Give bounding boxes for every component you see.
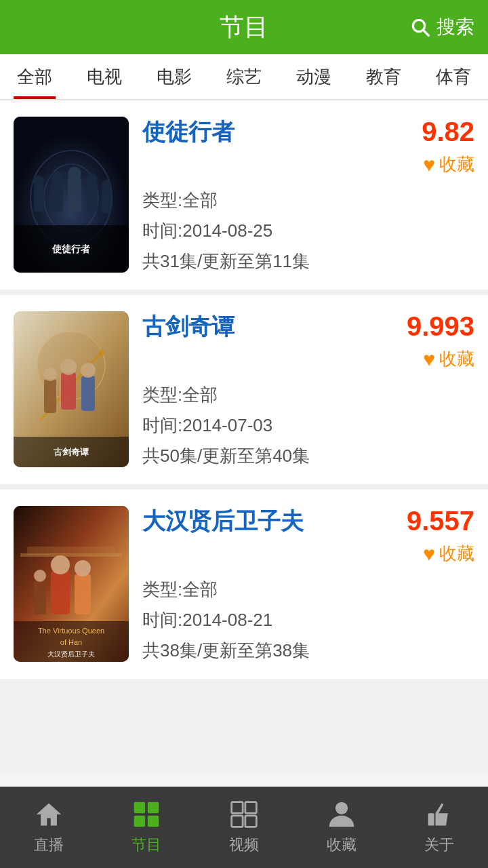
heart-icon: ♥	[423, 542, 435, 566]
nav-live-label: 直播	[34, 835, 64, 855]
item-2-meta: 类型:全部 时间:2014-07-03 共50集/更新至第40集	[142, 383, 474, 468]
svg-rect-42	[134, 802, 146, 814]
item-2-date: 时间:2014-07-03	[142, 414, 474, 437]
svg-rect-13	[102, 188, 111, 214]
item-3-rating: 9.557	[407, 506, 474, 536]
svg-rect-23	[61, 372, 76, 410]
item-3-type: 类型:全部	[142, 578, 474, 601]
bottom-nav: 直播 节目 视频 收藏 关于	[0, 787, 488, 868]
app-header: 节目 搜索	[0, 0, 488, 54]
svg-text:古剑奇谭: 古剑奇谭	[54, 447, 89, 457]
svg-rect-43	[148, 802, 159, 814]
svg-point-12	[87, 174, 98, 184]
svg-rect-25	[81, 376, 95, 411]
item-2-favorite-label: 收藏	[439, 347, 474, 371]
item-3-info: 大汉贤后卫子夫 9.557 ♥ 收藏 类型:全部 时间:2014-08-21 共…	[129, 506, 474, 663]
poster-3-image: The Virtuous Queen of Han 大汉贤后卫子夫	[14, 506, 129, 662]
svg-point-35	[75, 560, 91, 576]
svg-rect-48	[232, 816, 243, 827]
poster-2-image: 古剑奇谭	[14, 311, 129, 467]
nav-programs[interactable]: 节目	[98, 787, 195, 868]
tab-anime[interactable]: 动漫	[279, 54, 348, 99]
svg-text:of Han: of Han	[60, 638, 82, 646]
tab-all[interactable]: 全部	[0, 54, 70, 99]
item-2-favorite[interactable]: ♥ 收藏	[423, 347, 474, 371]
tab-variety[interactable]: 综艺	[209, 54, 279, 99]
search-button[interactable]: 搜索	[409, 14, 474, 40]
svg-rect-45	[148, 816, 159, 827]
nav-favorites-label: 收藏	[327, 835, 357, 855]
tab-education[interactable]: 教育	[348, 54, 418, 99]
search-icon	[409, 16, 431, 38]
list-item[interactable]: 使徒行者 使徒行者 9.82 ♥ 收藏 类型:全部 时间:2014-08-25 …	[0, 100, 488, 290]
item-1-date: 时间:2014-08-25	[142, 219, 474, 243]
svg-point-6	[33, 176, 44, 186]
svg-text:大汉贤后卫子夫: 大汉贤后卫子夫	[47, 650, 95, 658]
nav-video-label: 视频	[229, 835, 259, 855]
header-title: 节目	[220, 11, 268, 44]
poster-1-image: 使徒行者	[14, 117, 129, 273]
svg-rect-49	[245, 816, 257, 827]
svg-rect-44	[134, 816, 146, 827]
item-3-rating-col: 9.557 ♥ 收藏	[407, 506, 474, 566]
nav-programs-label: 节目	[131, 835, 161, 855]
item-1-title-row: 使徒行者 9.82 ♥ 收藏	[142, 117, 474, 176]
nav-video[interactable]: 视频	[195, 787, 293, 868]
content-list: 使徒行者 使徒行者 9.82 ♥ 收藏 类型:全部 时间:2014-08-25 …	[0, 100, 488, 772]
poster-3: The Virtuous Queen of Han 大汉贤后卫子夫	[14, 506, 129, 662]
nav-favorites[interactable]: 收藏	[293, 787, 390, 868]
item-3-meta: 类型:全部 时间:2014-08-21 共38集/更新至第38集	[142, 578, 474, 663]
svg-rect-51	[428, 813, 434, 825]
svg-point-14	[102, 180, 111, 189]
nav-about-label: 关于	[424, 835, 454, 855]
svg-rect-11	[87, 183, 98, 212]
svg-point-33	[51, 555, 70, 574]
svg-point-8	[51, 171, 63, 183]
item-1-info: 使徒行者 9.82 ♥ 收藏 类型:全部 时间:2014-08-25 共31集/…	[129, 117, 474, 273]
item-1-meta: 类型:全部 时间:2014-08-25 共31集/更新至第11集	[142, 189, 474, 273]
item-2-title: 古剑奇谭	[142, 311, 235, 342]
item-1-rating-col: 9.82 ♥ 收藏	[422, 117, 474, 176]
svg-point-50	[336, 802, 348, 814]
item-2-episodes: 共50集/更新至第40集	[142, 444, 474, 468]
svg-point-26	[81, 363, 96, 378]
tab-bar: 全部 电视 电影 综艺 动漫 教育 体育	[0, 54, 488, 100]
heart-icon: ♥	[423, 153, 435, 176]
person-icon	[327, 800, 357, 829]
svg-rect-5	[34, 184, 44, 212]
svg-rect-31	[27, 547, 115, 555]
svg-point-24	[60, 359, 77, 375]
item-1-favorite[interactable]: ♥ 收藏	[423, 153, 474, 176]
svg-point-22	[43, 368, 57, 381]
item-3-title-row: 大汉贤后卫子夫 9.557 ♥ 收藏	[142, 506, 474, 566]
list-item[interactable]: 古剑奇谭 古剑奇谭 9.993 ♥ 收藏 类型:全部 时间:2014-07-03…	[0, 295, 488, 484]
item-2-type: 类型:全部	[142, 383, 474, 407]
svg-point-10	[68, 167, 81, 180]
svg-text:The Virtuous Queen: The Virtuous Queen	[38, 627, 104, 635]
tab-tv[interactable]: 电视	[70, 54, 140, 99]
item-2-rating-col: 9.993 ♥ 收藏	[407, 311, 474, 371]
thumb-up-icon	[424, 800, 454, 829]
tab-movie[interactable]: 电影	[140, 54, 209, 99]
item-3-title: 大汉贤后卫子夫	[142, 506, 304, 537]
svg-point-37	[34, 570, 46, 582]
nav-live[interactable]: 直播	[0, 787, 98, 868]
list-item[interactable]: The Virtuous Queen of Han 大汉贤后卫子夫 大汉贤后卫子…	[0, 490, 488, 679]
svg-line-1	[424, 31, 430, 37]
svg-rect-32	[51, 570, 70, 614]
home-icon	[34, 800, 64, 829]
item-1-favorite-label: 收藏	[439, 153, 474, 176]
item-3-date: 时间:2014-08-21	[142, 608, 474, 632]
video-grid-icon	[229, 800, 259, 829]
item-3-favorite[interactable]: ♥ 收藏	[423, 542, 474, 566]
svg-rect-34	[75, 574, 91, 614]
tab-sports[interactable]: 体育	[418, 54, 488, 99]
item-1-rating: 9.82	[422, 117, 474, 147]
poster-1: 使徒行者	[14, 117, 129, 273]
svg-rect-46	[232, 802, 243, 814]
item-3-favorite-label: 收藏	[439, 542, 474, 566]
search-label: 搜索	[436, 14, 474, 40]
nav-about[interactable]: 关于	[390, 787, 488, 868]
svg-rect-36	[34, 580, 46, 614]
svg-point-0	[413, 20, 424, 31]
